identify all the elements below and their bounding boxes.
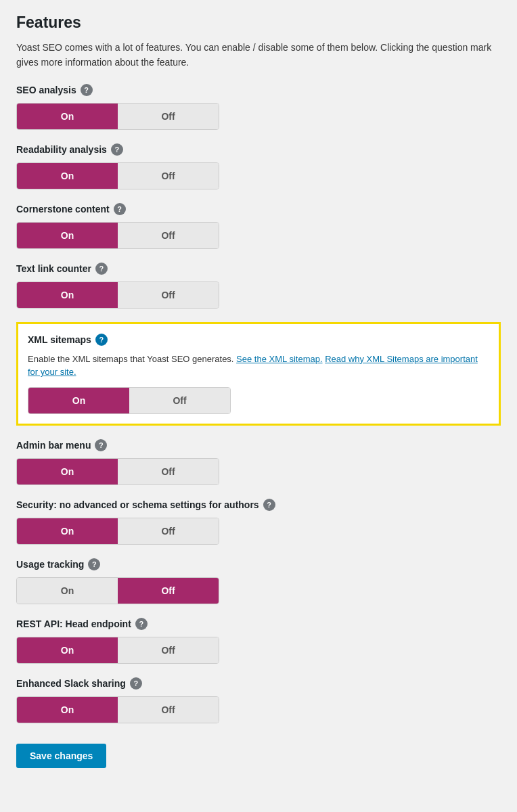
help-icon-xml-sitemaps[interactable]: ? [95,334,108,346]
feature-label-text-link-counter: Text link counter ? [16,263,501,275]
toggle-off-cornerstone-content[interactable]: Off [118,223,219,248]
toggle-off-enhanced-slack-sharing[interactable]: Off [118,697,219,723]
feature-label-enhanced-slack-sharing: Enhanced Slack sharing ? [16,677,501,690]
toggle-on-security-authors[interactable]: On [17,518,118,544]
toggle-on-enhanced-slack-sharing[interactable]: On [17,697,118,723]
feature-usage-tracking: Usage tracking ? On Off [16,558,501,604]
feature-label-text: REST API: Head endpoint [16,618,131,629]
toggle-off-xml-sitemaps[interactable]: Off [129,388,230,413]
page-container: Features Yoast SEO comes with a lot of f… [0,0,517,782]
feature-enhanced-slack-sharing: Enhanced Slack sharing ? On Off [16,677,501,723]
feature-xml-sitemaps: XML sitemaps ? Enable the XML sitemaps t… [16,322,501,426]
save-changes-button[interactable]: Save changes [16,744,106,768]
feature-label-text: Usage tracking [16,559,84,570]
feature-label-text: SEO analysis [16,85,76,95]
toggle-usage-tracking: On Off [16,577,219,604]
toggle-off-seo-analysis[interactable]: Off [118,104,219,129]
toggle-off-usage-tracking[interactable]: Off [118,578,219,604]
feature-label-text: XML sitemaps [28,334,91,345]
feature-label-text: Admin bar menu [16,440,91,451]
toggle-security-authors: On Off [16,518,219,545]
feature-label-cornerstone-content: Cornerstone content ? [16,203,501,215]
toggle-text-link-counter: On Off [16,281,219,309]
toggle-off-text-link-counter[interactable]: Off [118,282,219,308]
help-icon-text-link-counter[interactable]: ? [95,263,108,275]
page-title: Features [16,14,501,32]
feature-label-text: Readability analysis [16,144,107,155]
feature-label-text: Enhanced Slack sharing [16,678,126,689]
toggle-on-seo-analysis[interactable]: On [17,104,118,129]
toggle-admin-bar-menu: On Off [16,458,219,485]
toggle-seo-analysis: On Off [16,103,219,130]
help-icon-admin-bar-menu[interactable]: ? [95,439,107,451]
feature-label-xml-sitemaps: XML sitemaps ? [28,334,489,346]
toggle-cornerstone-content: On Off [16,222,219,249]
feature-label-seo-analysis: SEO analysis ? [16,84,501,96]
toggle-on-readability-analysis[interactable]: On [17,163,118,189]
help-icon-security-authors[interactable]: ? [263,499,275,511]
toggle-on-text-link-counter[interactable]: On [17,282,118,308]
toggle-off-admin-bar-menu[interactable]: Off [118,459,219,484]
page-description: Yoast SEO comes with a lot of features. … [16,40,501,70]
help-icon-enhanced-slack-sharing[interactable]: ? [130,677,142,690]
toggle-enhanced-slack-sharing: On Off [16,696,219,723]
feature-security-authors: Security: no advanced or schema settings… [16,499,501,545]
toggle-readability-analysis: On Off [16,162,219,189]
feature-rest-api-head: REST API: Head endpoint ? On Off [16,618,501,664]
toggle-rest-api-head: On Off [16,637,219,664]
help-icon-readability-analysis[interactable]: ? [111,143,123,156]
feature-label-text: Security: no advanced or schema settings… [16,499,259,510]
feature-label-security-authors: Security: no advanced or schema settings… [16,499,501,511]
feature-label-usage-tracking: Usage tracking ? [16,558,501,570]
toggle-on-rest-api-head[interactable]: On [17,637,118,663]
toggle-on-admin-bar-menu[interactable]: On [17,459,118,484]
feature-label-readability-analysis: Readability analysis ? [16,143,501,156]
help-icon-usage-tracking[interactable]: ? [88,558,100,570]
feature-admin-bar-menu: Admin bar menu ? On Off [16,439,501,485]
feature-label-admin-bar-menu: Admin bar menu ? [16,439,501,451]
feature-label-rest-api-head: REST API: Head endpoint ? [16,618,501,630]
toggle-off-rest-api-head[interactable]: Off [118,637,219,663]
help-icon-cornerstone-content[interactable]: ? [114,203,126,215]
feature-text-link-counter: Text link counter ? On Off [16,263,501,309]
toggle-on-xml-sitemaps[interactable]: On [28,388,129,413]
help-icon-seo-analysis[interactable]: ? [81,84,93,96]
toggle-off-readability-analysis[interactable]: Off [118,163,219,189]
feature-seo-analysis: SEO analysis ? On Off [16,84,501,130]
feature-cornerstone-content: Cornerstone content ? On Off [16,203,501,249]
help-icon-rest-api-head[interactable]: ? [135,618,148,630]
toggle-xml-sitemaps: On Off [28,387,231,414]
toggle-on-cornerstone-content[interactable]: On [17,223,118,248]
feature-label-text: Cornerstone content [16,204,110,215]
feature-label-text: Text link counter [16,263,91,274]
xml-sitemaps-description: Enable the XML sitemaps that Yoast SEO g… [28,353,489,379]
toggle-on-usage-tracking[interactable]: On [17,578,118,604]
xml-sitemap-link[interactable]: See the XML sitemap. [236,354,322,364]
toggle-off-security-authors[interactable]: Off [118,518,219,544]
feature-readability-analysis: Readability analysis ? On Off [16,143,501,189]
